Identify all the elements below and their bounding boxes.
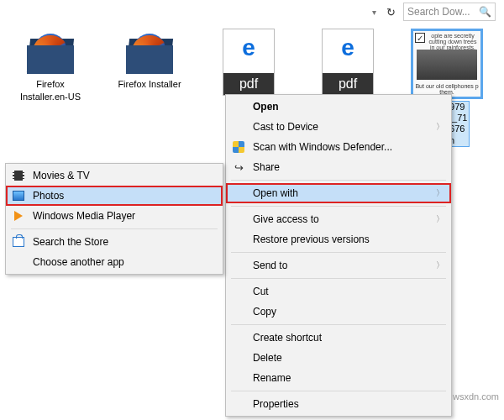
pdf-badge: pdf [223, 73, 274, 95]
media-player-icon [12, 209, 25, 223]
chevron-right-icon: 〉 [436, 121, 444, 133]
thumbnail-caption-top: ople are secretly cutting down trees in … [427, 33, 479, 50]
dropdown-chevron-icon[interactable]: ▾ [370, 8, 379, 17]
submenu-movies-tv[interactable]: Movies & TV [6, 165, 223, 186]
menu-separator [231, 391, 446, 391]
image-thumbnail: ✓ ople are secretly cutting down trees i… [411, 29, 483, 99]
refresh-icon[interactable]: ↻ [382, 6, 400, 18]
pdf-icon: e pdf [223, 29, 275, 96]
menu-cast-to-device[interactable]: Cast to Device〉 [226, 117, 451, 137]
menu-open[interactable]: Open [226, 97, 451, 117]
menu-separator [231, 278, 446, 279]
menu-send-to[interactable]: Send to〉 [226, 255, 451, 276]
menu-scan-defender[interactable]: Scan with Windows Defender... [226, 137, 451, 157]
menu-copy[interactable]: Copy [226, 302, 451, 322]
file-label: Firefox Installer [108, 79, 192, 90]
menu-separator [231, 180, 446, 181]
menu-share[interactable]: ↪Share [226, 157, 451, 177]
menu-separator [231, 206, 446, 207]
submenu-photos[interactable]: Photos [6, 186, 223, 206]
menu-restore-versions[interactable]: Restore previous versions [226, 229, 451, 249]
movies-tv-icon [12, 169, 25, 182]
thumbnail-caption-bottom: But our old cellphones p them. [415, 83, 479, 95]
pdf-badge: pdf [323, 73, 373, 95]
menu-cut[interactable]: Cut [226, 281, 451, 302]
store-icon [12, 235, 25, 249]
watermark-text: wsxdn.com [453, 391, 499, 402]
menu-create-shortcut[interactable]: Create shortcut [226, 328, 451, 348]
edge-e-icon: e [323, 34, 373, 61]
photos-icon [12, 189, 25, 202]
search-input[interactable]: Search Dow... 🔍 [403, 3, 496, 21]
file-label: Firefox [8, 79, 92, 90]
chevron-right-icon: 〉 [436, 213, 444, 225]
menu-separator [231, 252, 446, 253]
menu-rename[interactable]: Rename [226, 368, 451, 388]
file-firefox-installer[interactable]: Firefox Installer [108, 29, 192, 147]
menu-properties[interactable]: Properties [226, 394, 451, 414]
menu-separator [231, 324, 446, 325]
firefox-box-icon [123, 29, 176, 77]
file-firefox-installer-enus[interactable]: Firefox Installer.en-US [8, 29, 92, 147]
explorer-toolbar: ▾ ↻ Search Dow... 🔍 [0, 0, 504, 24]
submenu-windows-media-player[interactable]: Windows Media Player [6, 206, 223, 226]
search-placeholder: Search Dow... [407, 6, 475, 18]
firefox-box-icon [24, 29, 76, 77]
menu-separator [11, 228, 218, 229]
menu-delete[interactable]: Delete [226, 348, 451, 368]
chevron-right-icon: 〉 [436, 187, 444, 199]
open-with-submenu: Movies & TV Photos Windows Media Player … [5, 163, 223, 275]
checkbox-icon[interactable]: ✓ [415, 33, 425, 43]
pdf-icon: e pdf [322, 29, 374, 96]
submenu-choose-another-app[interactable]: Choose another app [6, 252, 223, 272]
context-menu: Open Cast to Device〉 Scan with Windows D… [225, 94, 452, 417]
shield-icon [232, 140, 245, 154]
menu-open-with[interactable]: Open with〉 [226, 183, 451, 203]
search-icon: 🔍 [479, 6, 491, 18]
menu-give-access-to[interactable]: Give access to〉 [226, 209, 451, 229]
file-label: Installer.en-US [8, 92, 92, 102]
edge-e-icon: e [223, 34, 274, 61]
share-icon: ↪ [232, 160, 245, 174]
submenu-search-store[interactable]: Search the Store [6, 232, 223, 252]
chevron-right-icon: 〉 [436, 260, 444, 271]
